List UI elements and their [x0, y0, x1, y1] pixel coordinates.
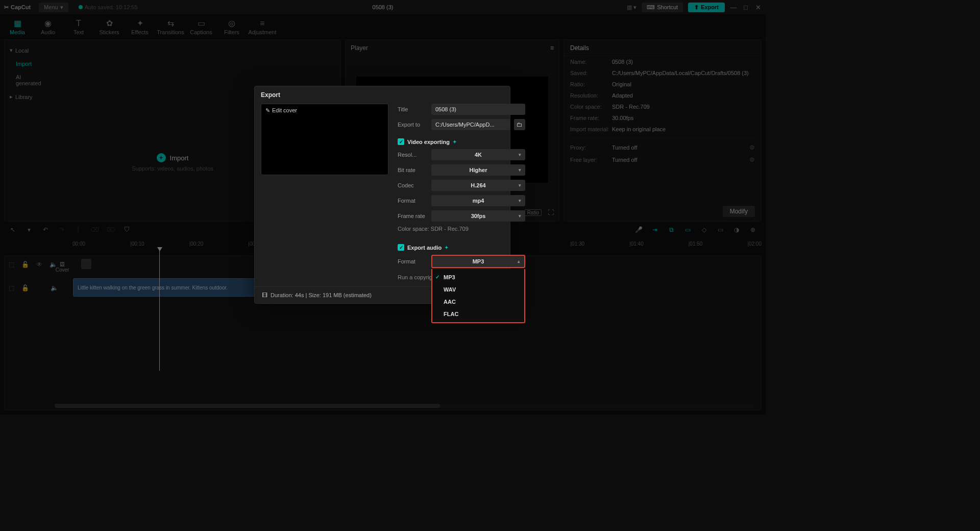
- video-export-checkbox[interactable]: ✓: [398, 138, 404, 145]
- chevron-down-icon: ▾: [519, 167, 521, 173]
- chevron-down-icon: ▾: [519, 213, 521, 219]
- resolution-label: Resol...: [398, 152, 427, 158]
- export-dialog: Export ✎ Edit cover Title Export to 🗀 ✓ …: [254, 86, 510, 304]
- exportto-input[interactable]: [431, 119, 510, 130]
- resolution-select[interactable]: 4K▾: [431, 149, 525, 160]
- chevron-up-icon: ▴: [518, 259, 520, 264]
- chevron-down-icon: ▾: [519, 198, 521, 203]
- audio-format-option-wav[interactable]: WAV: [432, 283, 524, 296]
- audio-format-label: Format: [398, 258, 427, 264]
- chevron-down-icon: ▾: [519, 152, 521, 157]
- video-export-label: Video exporting: [407, 139, 450, 145]
- title-input[interactable]: [431, 104, 525, 115]
- video-format-label: Format: [398, 198, 427, 204]
- browse-folder-button[interactable]: 🗀: [514, 119, 525, 130]
- edit-cover-label: Edit cover: [272, 107, 297, 113]
- dialog-title: Export: [255, 86, 510, 104]
- audio-format-option-flac[interactable]: FLAC: [432, 308, 524, 320]
- audio-format-option-aac[interactable]: AAC: [432, 296, 524, 308]
- framerate-select[interactable]: 30fps▾: [431, 210, 525, 222]
- exportto-label: Export to: [398, 122, 427, 128]
- title-label: Title: [398, 106, 427, 112]
- folder-icon: 🗀: [517, 121, 523, 128]
- audio-format-option-mp3[interactable]: MP3: [432, 271, 524, 283]
- framerate-label: Frame rate: [398, 213, 427, 219]
- video-format-select[interactable]: mp4▾: [431, 195, 525, 206]
- star-icon: ✦: [445, 245, 449, 250]
- cover-preview[interactable]: ✎ Edit cover: [261, 104, 388, 175]
- bitrate-select[interactable]: Higher▾: [431, 164, 525, 176]
- audio-export-checkbox[interactable]: ✓: [398, 244, 404, 251]
- codec-select[interactable]: H.264▾: [431, 180, 525, 191]
- colorspace-line: Color space: SDR - Rec.709: [398, 226, 525, 232]
- chevron-down-icon: ▾: [519, 183, 521, 188]
- audio-format-dropdown: MP3 WAV AAC FLAC: [431, 269, 525, 323]
- audio-export-label: Export audio: [407, 245, 442, 251]
- export-footer-info: Duration: 44s | Size: 191 MB (estimated): [271, 292, 372, 298]
- film-icon: 🎞: [262, 292, 267, 298]
- star-icon: ✦: [453, 139, 457, 144]
- bitrate-label: Bit rate: [398, 167, 427, 173]
- audio-format-select[interactable]: MP3▴: [431, 255, 525, 268]
- edit-icon: ✎: [265, 107, 270, 114]
- codec-label: Codec: [398, 182, 427, 188]
